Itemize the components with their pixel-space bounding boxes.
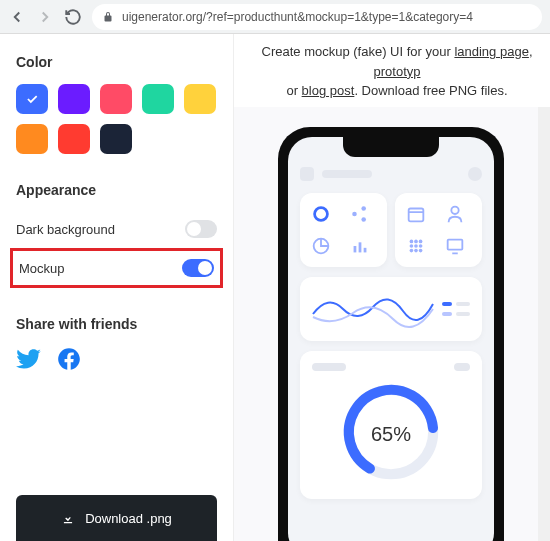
- monitor-icon: [444, 235, 466, 257]
- pie-icon: [310, 235, 332, 257]
- svg-point-11: [414, 239, 418, 243]
- blog-post-link[interactable]: blog post: [302, 83, 355, 98]
- svg-rect-5: [353, 246, 356, 252]
- color-swatch[interactable]: [100, 124, 132, 154]
- phone-screen: 65%: [288, 137, 494, 542]
- svg-point-14: [414, 244, 418, 248]
- color-swatch[interactable]: [16, 124, 48, 154]
- twitter-icon[interactable]: [16, 346, 42, 372]
- svg-point-0: [315, 207, 328, 220]
- svg-point-3: [361, 217, 366, 222]
- back-button[interactable]: [8, 8, 26, 26]
- icon-card: [300, 193, 387, 267]
- donut-icon: [310, 203, 332, 225]
- gauge-card: 65%: [300, 351, 482, 499]
- prototype-link[interactable]: prototyp: [374, 64, 421, 79]
- color-swatch[interactable]: [184, 84, 216, 114]
- appearance-section-title: Appearance: [16, 182, 217, 198]
- svg-point-17: [414, 248, 418, 252]
- color-row-1: [16, 84, 217, 114]
- tagline: Create mockup (fake) UI for your landing…: [234, 34, 550, 107]
- download-button[interactable]: Download .png: [16, 495, 217, 541]
- svg-point-16: [410, 248, 414, 252]
- mockup-label: Mockup: [19, 261, 65, 276]
- mockup-toggle[interactable]: [182, 259, 214, 277]
- dark-background-row: Dark background: [16, 212, 217, 246]
- forward-button[interactable]: [36, 8, 54, 26]
- dark-background-toggle[interactable]: [185, 220, 217, 238]
- address-bar[interactable]: uigenerator.org/?ref=producthunt&mockup=…: [92, 4, 542, 30]
- color-swatch[interactable]: [100, 84, 132, 114]
- svg-point-10: [410, 239, 414, 243]
- color-swatch[interactable]: [58, 84, 90, 114]
- settings-sidebar: Color Appearance Dark background Mockup …: [0, 34, 234, 541]
- placeholder-bar: [312, 363, 346, 371]
- browser-toolbar: uigenerator.org/?ref=producthunt&mockup=…: [0, 0, 550, 34]
- color-swatch[interactable]: [16, 84, 48, 114]
- url-text: uigenerator.org/?ref=producthunt&mockup=…: [122, 10, 473, 24]
- calendar-icon: [405, 203, 427, 225]
- download-icon: [61, 511, 75, 525]
- phone-mockup: 65%: [278, 127, 504, 542]
- svg-point-13: [410, 244, 414, 248]
- svg-point-9: [451, 206, 458, 213]
- svg-point-1: [352, 211, 357, 216]
- svg-point-12: [419, 239, 423, 243]
- placeholder-icon: [300, 167, 314, 181]
- svg-rect-6: [358, 242, 361, 252]
- wave-chart-card: [300, 277, 482, 341]
- dark-background-label: Dark background: [16, 222, 115, 237]
- phone-notch: [343, 137, 439, 157]
- mockup-row: Mockup: [17, 255, 216, 281]
- color-row-2: [16, 124, 217, 154]
- facebook-icon[interactable]: [56, 346, 82, 372]
- color-section-title: Color: [16, 54, 217, 70]
- share-node-icon: [349, 203, 371, 225]
- icon-card: [395, 193, 482, 267]
- lock-icon: [102, 11, 114, 23]
- placeholder-icon: [468, 167, 482, 181]
- svg-rect-19: [447, 239, 462, 249]
- landing-page-link[interactable]: landing page: [454, 44, 528, 59]
- bars-icon: [349, 235, 371, 257]
- svg-point-15: [419, 244, 423, 248]
- share-section-title: Share with friends: [16, 316, 217, 332]
- wave-chart: [312, 289, 434, 329]
- grid-icon: [405, 235, 427, 257]
- svg-point-18: [419, 248, 423, 252]
- svg-rect-8: [409, 208, 424, 221]
- color-swatch[interactable]: [142, 84, 174, 114]
- main-panel: Create mockup (fake) UI for your landing…: [234, 34, 550, 541]
- svg-rect-7: [363, 247, 366, 252]
- placeholder-bar: [454, 363, 470, 371]
- user-icon: [444, 203, 466, 225]
- reload-button[interactable]: [64, 8, 82, 26]
- mockup-highlight: Mockup: [10, 248, 223, 288]
- gauge-value: 65%: [371, 422, 411, 445]
- color-swatch[interactable]: [58, 124, 90, 154]
- download-label: Download .png: [85, 511, 172, 526]
- scrollbar[interactable]: [538, 107, 550, 542]
- placeholder-bar: [322, 170, 372, 178]
- svg-point-2: [361, 206, 366, 211]
